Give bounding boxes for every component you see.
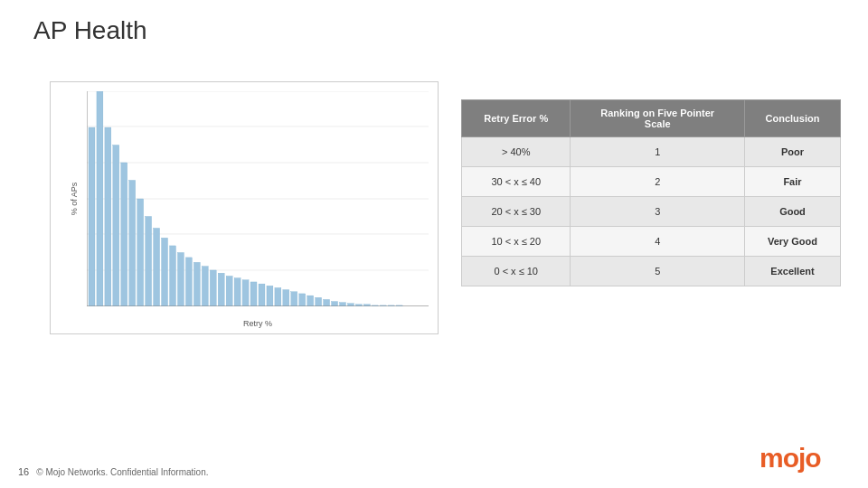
svg-rect-39	[291, 292, 297, 306]
cell-ranking: 2	[571, 167, 745, 197]
svg-rect-44	[332, 302, 338, 306]
svg-rect-40	[299, 294, 306, 306]
y-axis-label: % of APs	[70, 183, 79, 216]
svg-rect-21	[146, 216, 152, 306]
page-number: 16	[18, 466, 29, 477]
svg-text:mojo: mojo	[760, 443, 821, 473]
cell-conclusion: Good	[744, 197, 840, 227]
table-row: 10 < x ≤ 20 4 Very Good	[462, 227, 841, 257]
svg-rect-33	[242, 280, 249, 306]
cell-range: 10 < x ≤ 20	[462, 227, 571, 257]
svg-rect-30	[218, 273, 224, 306]
bar-chart: 6 5 4 3 2 1 0	[87, 91, 429, 306]
svg-rect-15	[97, 91, 103, 306]
svg-rect-23	[162, 238, 168, 306]
cell-conclusion: Poor	[744, 137, 840, 167]
table-row: 20 < x ≤ 30 3 Good	[462, 197, 841, 227]
svg-rect-20	[137, 199, 144, 306]
col-header-conclusion: Conclusion	[744, 100, 840, 137]
cell-ranking: 1	[571, 137, 745, 167]
footer-text: © Mojo Networks. Confidential Informatio…	[36, 467, 208, 477]
svg-rect-37	[275, 287, 281, 306]
ranking-table: Retry Error % Ranking on Five PointerSca…	[461, 99, 841, 286]
x-axis-label: Retry %	[243, 319, 272, 328]
svg-rect-35	[259, 284, 265, 306]
svg-rect-18	[121, 163, 127, 306]
table-row: > 40% 1 Poor	[462, 137, 841, 167]
svg-rect-36	[267, 286, 273, 306]
svg-rect-17	[113, 145, 119, 307]
cell-range: > 40%	[462, 137, 571, 167]
cell-conclusion: Excellent	[744, 257, 840, 286]
chart-area: % of APs 6 5 4 3 2 1 0	[50, 81, 439, 334]
cell-ranking: 3	[571, 197, 745, 227]
svg-rect-29	[210, 270, 216, 306]
cell-conclusion: Very Good	[744, 227, 840, 257]
svg-rect-34	[250, 282, 257, 306]
svg-rect-43	[324, 299, 330, 306]
svg-rect-19	[129, 180, 136, 306]
svg-rect-24	[170, 246, 176, 306]
cell-range: 0 < x ≤ 10	[462, 257, 571, 286]
cell-conclusion: Fair	[744, 167, 840, 197]
svg-rect-25	[177, 253, 184, 307]
page-title: AP Health	[33, 16, 147, 45]
svg-rect-32	[234, 278, 241, 306]
svg-rect-26	[185, 258, 192, 306]
svg-rect-38	[283, 290, 289, 306]
svg-rect-31	[226, 276, 232, 306]
logo-svg: mojo	[760, 440, 841, 474]
cell-range: 20 < x ≤ 30	[462, 197, 571, 227]
cell-ranking: 5	[571, 257, 745, 286]
col-header-retry: Retry Error %	[462, 100, 571, 137]
table-row: 30 < x ≤ 40 2 Fair	[462, 167, 841, 197]
footer: 16 © Mojo Networks. Confidential Informa…	[18, 466, 208, 477]
table-row: 0 < x ≤ 10 5 Excellent	[462, 257, 841, 286]
svg-rect-27	[193, 262, 200, 306]
svg-rect-22	[154, 228, 160, 306]
mojo-logo: mojo	[760, 440, 841, 481]
svg-rect-16	[105, 127, 111, 306]
svg-rect-28	[202, 267, 208, 306]
svg-rect-45	[340, 303, 346, 306]
svg-rect-42	[316, 297, 322, 306]
cell-range: 30 < x ≤ 40	[462, 167, 571, 197]
col-header-ranking: Ranking on Five PointerScale	[571, 100, 745, 137]
svg-rect-14	[89, 127, 95, 306]
svg-rect-41	[307, 296, 314, 306]
cell-ranking: 4	[571, 227, 745, 257]
